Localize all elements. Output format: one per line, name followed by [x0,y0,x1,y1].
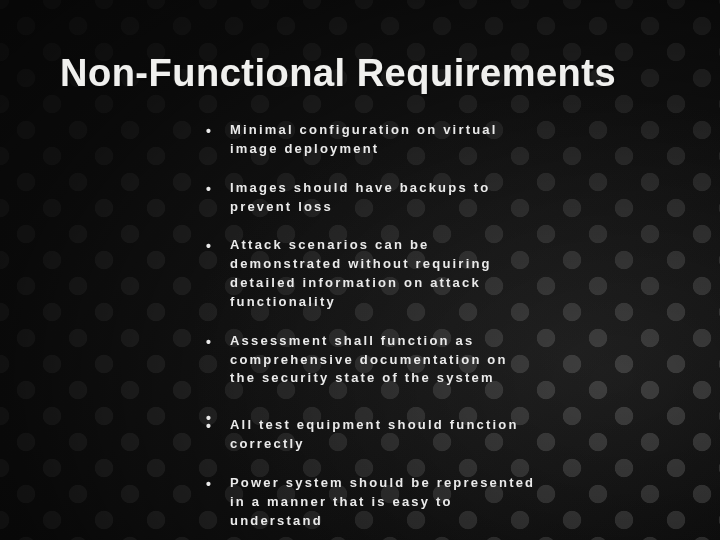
bullet-list: Minimal configuration on virtual image d… [206,121,536,531]
list-item: All test equipment should function corre… [206,416,536,454]
list-item: Assessment shall function as comprehensi… [206,332,536,389]
list-item: Minimal configuration on virtual image d… [206,121,536,159]
slide-title: Non-Functional Requirements [60,52,660,95]
slide: Non-Functional Requirements Minimal conf… [0,0,720,540]
list-item [206,408,536,414]
list-item: Images should have backups to prevent lo… [206,179,536,217]
list-item: Attack scenarios can be demonstrated wit… [206,236,536,311]
list-item: Power system should be represented in a … [206,474,536,531]
